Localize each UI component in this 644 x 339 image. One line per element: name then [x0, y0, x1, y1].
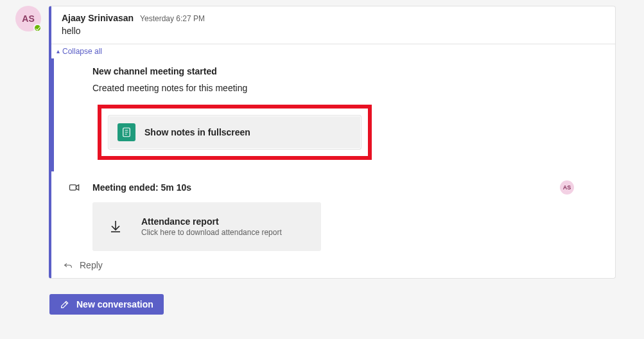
presence-badge-available — [33, 24, 42, 32]
show-notes-fullscreen-button[interactable]: Show notes in fullscreen — [108, 115, 361, 150]
message-card: Ajaay Srinivasan Yesterday 6:27 PM hello… — [49, 6, 616, 279]
collapse-all-label: Collapse all — [62, 47, 102, 56]
sender-avatar[interactable]: AS — [15, 6, 41, 31]
video-camera-icon — [68, 181, 81, 194]
meeting-notes-created-label: Created meeting notes for this meeting — [92, 76, 605, 93]
meeting-started-heading: New channel meeting started — [92, 58, 605, 76]
reply-icon — [63, 260, 73, 270]
collapse-all-button[interactable]: ▴ Collapse all — [51, 44, 615, 58]
meeting-ended-label: Meeting ended: 5m 10s — [92, 182, 560, 193]
message-timestamp: Yesterday 6:27 PM — [140, 14, 205, 23]
annotation-highlight-box: Show notes in fullscreen — [98, 105, 372, 160]
avatar-initials: AS — [22, 13, 34, 24]
sender-name[interactable]: Ajaay Srinivasan — [62, 13, 134, 23]
attendance-report-card[interactable]: Attendance report Click here to download… — [92, 202, 321, 251]
meeting-notes-icon — [117, 123, 135, 141]
message-body: hello — [62, 26, 605, 36]
show-notes-label: Show notes in fullscreen — [144, 127, 250, 137]
download-icon — [108, 219, 123, 234]
new-conversation-button[interactable]: New conversation — [49, 294, 164, 315]
participant-avatar[interactable]: AS — [560, 180, 574, 195]
attendance-report-description: Click here to download attendance report — [141, 228, 282, 237]
svg-rect-4 — [70, 185, 76, 190]
reply-label: Reply — [80, 260, 103, 270]
compose-icon — [60, 299, 70, 309]
attendance-report-title: Attendance report — [141, 216, 282, 227]
reply-button[interactable]: Reply — [51, 251, 615, 278]
new-conversation-label: New conversation — [76, 299, 153, 309]
chevron-up-icon: ▴ — [57, 48, 60, 55]
